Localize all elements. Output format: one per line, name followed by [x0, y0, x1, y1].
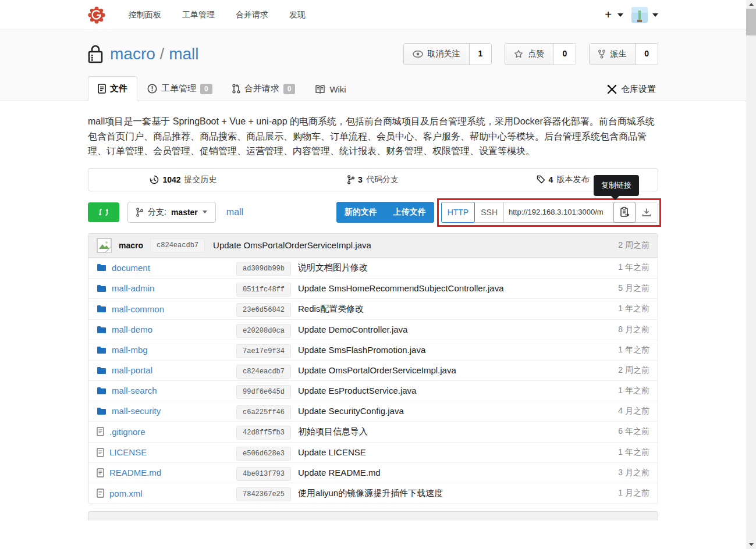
file-row: pom.xml7842367e25使用aliyun的镜像源提升插件下载速度1 月… [88, 483, 658, 504]
nav-item-pulls[interactable]: 合并请求 [225, 4, 279, 26]
compare-icon [99, 207, 108, 218]
branch-selector[interactable]: 分支: master [127, 202, 216, 223]
clone-url-input[interactable] [504, 202, 613, 222]
download-archive-button[interactable] [636, 202, 658, 222]
new-file-button[interactable]: 新的文件 [336, 202, 385, 223]
folder-icon [97, 305, 107, 313]
file-commit-message[interactable]: 初始项目信息导入 [298, 426, 618, 437]
tab-files[interactable]: 文件 [88, 76, 137, 101]
nav-item-explore[interactable]: 发现 [279, 4, 316, 26]
branch-prefix: 分支: [148, 207, 166, 218]
unwatch-button[interactable]: 取消关注 [404, 44, 469, 65]
file-commit-sha-badge[interactable]: 7ae17e9f34 [236, 344, 291, 358]
plus-icon: + [605, 8, 612, 22]
watchers-count[interactable]: 1 [469, 44, 492, 65]
tab-wiki[interactable]: Wiki [305, 77, 356, 101]
current-branch: master [171, 208, 198, 217]
compare-button[interactable] [88, 202, 119, 222]
commits-stat[interactable]: 1042提交历史 [88, 169, 278, 191]
clone-panel: HTTP SSH [441, 202, 658, 223]
file-name-link[interactable]: mall-security [112, 406, 161, 416]
file-commit-sha-badge[interactable]: e20208d0ca [236, 324, 291, 338]
file-commit-sha-badge[interactable]: c6a225ff46 [236, 405, 291, 419]
star-icon [514, 49, 523, 59]
file-row: README.md4be013f793Update README.md3 月之前 [88, 462, 658, 483]
file-name-link[interactable]: pom.xml [109, 489, 143, 498]
file-name-link[interactable]: document [112, 263, 150, 273]
file-commit-message[interactable]: Update EsProductService.java [298, 386, 618, 395]
gogs-logo-icon[interactable] [88, 6, 105, 24]
file-commit-sha-badge[interactable]: ad309db99b [236, 262, 291, 276]
file-commit-time: 1 年之前 [618, 386, 649, 396]
file-commit-message[interactable]: Update LICENSE [298, 447, 618, 457]
branches-stat[interactable]: 3代码分支 [278, 169, 468, 191]
repo-name-link[interactable]: mall [169, 45, 198, 63]
avatar [631, 7, 648, 23]
file-commit-message[interactable]: Update README.md [298, 468, 618, 477]
copy-url-button[interactable] [613, 202, 636, 223]
commit-author-name[interactable]: macro [119, 241, 143, 250]
tag-icon [537, 175, 545, 184]
create-new-dropdown[interactable]: + [605, 8, 623, 22]
commit-sha-badge[interactable]: c824eacdb7 [150, 238, 205, 252]
file-name-link[interactable]: mall-search [112, 386, 157, 395]
file-commit-sha-badge[interactable]: 23e6d56842 [236, 303, 291, 317]
file-row: documentad309db99b说明文档图片修改1 年之前 [88, 258, 658, 278]
ssh-protocol-button[interactable]: SSH [475, 202, 504, 222]
nav-item-issues[interactable]: 工单管理 [172, 4, 225, 26]
folder-icon [97, 346, 107, 354]
breadcrumb-repo-link[interactable]: mall [226, 207, 243, 217]
file-commit-sha-badge[interactable]: 0511fc48ff [236, 283, 291, 297]
file-commit-sha-badge[interactable]: 4be013f793 [236, 467, 291, 481]
download-icon [642, 208, 651, 217]
file-commit-sha-badge[interactable]: 7842367e25 [236, 487, 291, 501]
file-commit-message[interactable]: Update DemoController.java [298, 325, 618, 334]
fork-button[interactable]: 派生 [590, 44, 635, 65]
file-commit-sha-badge[interactable]: c824eacdb7 [236, 365, 291, 379]
repo-owner-link[interactable]: macro [110, 45, 155, 63]
stars-count[interactable]: 0 [553, 44, 576, 65]
file-row: mall-securityc6a225ff46Update SecurityCo… [88, 401, 658, 421]
file-name-link[interactable]: mall-mbg [112, 345, 148, 355]
forks-count[interactable]: 0 [635, 44, 658, 65]
tab-issues[interactable]: 工单管理 0 [137, 76, 222, 101]
file-commit-sha-badge[interactable]: 42d8ff5fb3 [236, 426, 291, 440]
file-commit-message[interactable]: 说明文档图片修改 [298, 262, 618, 273]
http-protocol-button[interactable]: HTTP [441, 202, 475, 223]
file-commit-time: 2 周之前 [618, 365, 649, 376]
file-commit-message[interactable]: Update SmsHomeRecommendSubjectController… [298, 283, 618, 293]
file-commit-sha-badge[interactable]: e506d628e3 [236, 447, 291, 461]
nav-item-dashboard[interactable]: 控制面板 [118, 4, 172, 26]
file-name-link[interactable]: mall-common [112, 304, 164, 314]
commit-message[interactable]: Update OmsPortalOrderServiceImpl.java [213, 240, 371, 250]
file-commit-message[interactable]: Redis配置类修改 [298, 304, 618, 315]
star-button[interactable]: 点赞 [505, 44, 553, 65]
scrollbar-thumb[interactable] [746, 9, 756, 35]
branch-icon [347, 175, 354, 184]
file-commit-message[interactable]: 使用aliyun的镜像源提升插件下载速度 [298, 488, 618, 499]
tab-settings[interactable]: 仓库设置 [605, 77, 658, 101]
file-commit-time: 3 月之前 [618, 468, 649, 478]
file-row: mall-mbg7ae17e9f34Update SmsFlashPromoti… [88, 340, 658, 360]
file-name-link[interactable]: mall-demo [112, 325, 152, 334]
file-name-link[interactable]: .gitignore [109, 427, 145, 437]
file-commit-message[interactable]: Update SmsFlashPromotion.java [298, 345, 618, 355]
scrollbar[interactable] [746, 0, 756, 549]
tab-pulls[interactable]: 合并请求 0 [222, 76, 306, 101]
file-commit-message[interactable]: Update OmsPortalOrderServiceImpl.java [298, 365, 618, 375]
file-name-link[interactable]: LICENSE [109, 447, 147, 457]
file-commit-sha-badge[interactable]: 99df6e645d [236, 385, 291, 399]
scrollbar-up-arrow[interactable] [746, 0, 756, 9]
file-commit-message[interactable]: Update SecurityConfig.java [298, 406, 618, 416]
file-icon [97, 448, 104, 457]
folder-icon [97, 387, 107, 395]
lock-icon [88, 45, 103, 63]
file-name-link[interactable]: README.md [109, 468, 161, 477]
fork-button-group: 派生 0 [589, 43, 658, 65]
file-name-link[interactable]: mall-admin [112, 283, 154, 293]
user-menu[interactable] [631, 7, 658, 23]
eye-icon [413, 51, 423, 58]
upload-file-button[interactable]: 上传文件 [385, 202, 434, 223]
scrollbar-down-arrow[interactable] [746, 540, 756, 549]
file-name-link[interactable]: mall-portal [112, 365, 152, 375]
